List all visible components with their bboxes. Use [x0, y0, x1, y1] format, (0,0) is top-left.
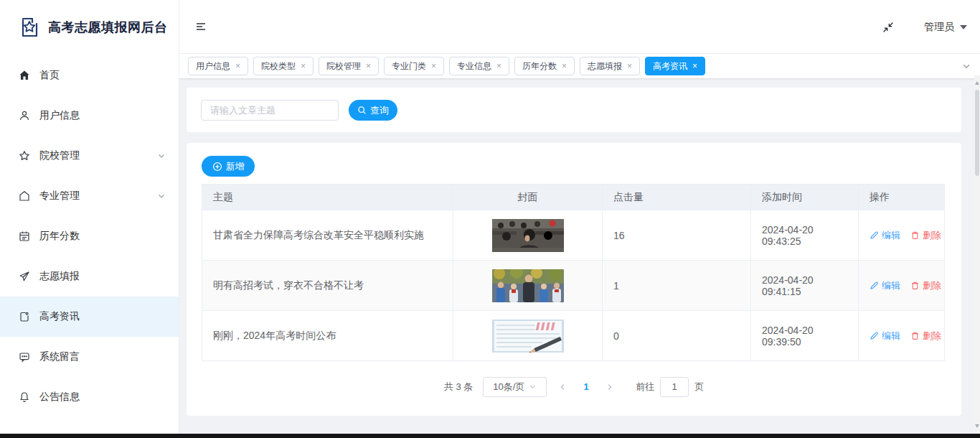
- close-icon[interactable]: ×: [496, 62, 501, 70]
- tab-label: 院校类型: [261, 60, 296, 73]
- col-header-actions: 操作: [859, 185, 944, 210]
- sidebar-item-announcements[interactable]: 公告信息: [0, 377, 179, 417]
- edit-label: 编辑: [882, 229, 900, 242]
- sidebar-item-college-mgmt[interactable]: 院校管理: [0, 136, 179, 176]
- bottom-window-edge: [0, 434, 980, 438]
- add-article-button[interactable]: 新增: [202, 156, 255, 177]
- tab-scores[interactable]: 历年分数×: [514, 57, 575, 75]
- fullscreen-toggle-icon[interactable]: [882, 22, 894, 33]
- tab-label: 志愿填报: [588, 60, 622, 73]
- sidebar-item-label: 用户信息: [39, 109, 80, 122]
- edit-button[interactable]: 编辑: [870, 330, 900, 343]
- sidebar-item-label: 公告信息: [39, 391, 80, 404]
- article-topic-search-input[interactable]: [201, 100, 339, 121]
- edit-button[interactable]: 编辑: [870, 229, 900, 242]
- plus-circle-icon: [212, 162, 222, 172]
- delete-label: 删除: [923, 330, 941, 343]
- page-size-select[interactable]: 10条/页: [483, 377, 547, 397]
- close-icon[interactable]: ×: [301, 62, 306, 70]
- sidebar-item-label: 院校管理: [39, 149, 80, 162]
- tabs-overflow-chevron-icon[interactable]: [961, 61, 971, 71]
- article-time: 2024-04-20 09:43:25: [751, 210, 859, 260]
- caret-down-icon: [960, 25, 967, 29]
- page-size-value: 10条/页: [493, 381, 524, 393]
- home-icon: [19, 70, 30, 81]
- scroll-up-arrow-icon[interactable]: [975, 81, 979, 85]
- close-icon[interactable]: ×: [692, 62, 697, 70]
- close-icon[interactable]: ×: [431, 62, 436, 70]
- sidebar-item-user-info[interactable]: 用户信息: [0, 95, 179, 136]
- sidebar-item-major-mgmt[interactable]: 专业管理: [0, 176, 179, 216]
- table-row: 明有高招考试，穿衣不合格不让考: [202, 261, 944, 311]
- app-logo: 高考志愿填报网后台: [0, 0, 179, 54]
- sidebar-item-home[interactable]: 首页: [0, 55, 179, 95]
- user-dropdown[interactable]: 管理员: [924, 21, 967, 34]
- sidebar-item-label: 志愿填报: [39, 270, 80, 283]
- close-icon[interactable]: ×: [627, 62, 632, 70]
- bell-icon: [19, 391, 30, 403]
- delete-button[interactable]: 删除: [910, 279, 941, 292]
- tab-user-info[interactable]: 用户信息×: [188, 57, 248, 75]
- vertical-scrollbar[interactable]: [974, 75, 980, 434]
- col-header-topic: 主题: [202, 185, 453, 210]
- sidebar-item-label: 历年分数: [39, 230, 80, 243]
- page-unit-label: 页: [694, 381, 704, 393]
- articles-table: 主题 封面 点击量 添加时间 操作 甘肃省全力保障高考综合改革安全平稳顺利实施: [202, 184, 945, 361]
- article-topic: 明有高招考试，穿衣不合格不让考: [202, 261, 453, 310]
- tab-volunteer[interactable]: 志愿填报×: [580, 57, 640, 75]
- pencil-icon: [870, 331, 879, 340]
- tab-major-category[interactable]: 专业门类×: [384, 57, 444, 75]
- sidebar-item-scores[interactable]: 历年分数: [0, 216, 179, 256]
- article-clicks: 1: [603, 261, 751, 310]
- pagination-total: 共 3 条: [444, 381, 473, 393]
- news-icon: [19, 311, 30, 322]
- article-clicks: 16: [603, 210, 751, 260]
- goto-label: 前往: [636, 381, 654, 393]
- send-icon: [19, 271, 30, 282]
- edit-button[interactable]: 编辑: [870, 279, 900, 292]
- page-number-1[interactable]: 1: [578, 381, 594, 392]
- query-button[interactable]: 查询: [349, 100, 397, 121]
- search-panel: 查询: [187, 88, 961, 132]
- article-topic: 甘肃省全力保障高考综合改革安全平稳顺利实施: [202, 210, 453, 260]
- topbar: 管理员: [179, 0, 980, 54]
- tab-major-info[interactable]: 专业信息×: [449, 57, 509, 75]
- article-time: 2024-04-20 09:39:50: [751, 311, 859, 360]
- trash-icon: [910, 281, 920, 290]
- sidebar-item-label: 专业管理: [39, 190, 80, 202]
- sidebar-item-volunteer[interactable]: 志愿填报: [0, 256, 179, 297]
- sidebar-item-gaokao-news[interactable]: 高考资讯: [0, 297, 179, 337]
- sidebar: 高考志愿填报网后台 首页 用户信息 院校管理: [0, 0, 179, 434]
- user-name: 管理员: [924, 21, 954, 34]
- search-icon: [357, 106, 367, 115]
- query-button-label: 查询: [370, 104, 389, 117]
- edit-label: 编辑: [882, 330, 900, 343]
- tab-gaokao-news[interactable]: 高考资讯×: [645, 57, 705, 75]
- pentagon-icon: [19, 190, 30, 202]
- news-table-panel: 新增 主题 封面 点击量 添加时间 操作 甘肃省全力保障高考综合改革安全平稳顺利…: [187, 143, 961, 416]
- cover-image-answer-sheet: [492, 320, 564, 353]
- delete-button[interactable]: 删除: [910, 330, 941, 343]
- close-icon[interactable]: ×: [366, 62, 371, 70]
- sidebar-item-messages[interactable]: 系统留言: [0, 337, 179, 377]
- sidebar-fold-icon[interactable]: [195, 21, 207, 32]
- close-icon[interactable]: ×: [235, 62, 240, 70]
- scrollbar-thumb[interactable]: [975, 90, 979, 176]
- tab-label: 用户信息: [196, 60, 230, 73]
- add-button-label: 新增: [226, 160, 245, 173]
- article-cover-cell: [453, 210, 603, 260]
- next-page-button[interactable]: [601, 377, 618, 397]
- article-topic: 刚刚，2024年高考时间公布: [202, 311, 453, 360]
- goto-page-input[interactable]: [660, 377, 689, 397]
- tab-college-type[interactable]: 院校类型×: [253, 57, 314, 75]
- chevron-right-icon: [606, 383, 614, 391]
- tab-college-mgmt[interactable]: 院校管理×: [319, 57, 379, 75]
- article-actions: 编辑 删除: [859, 311, 944, 360]
- col-header-clicks: 点击量: [603, 185, 751, 210]
- delete-button[interactable]: 删除: [910, 229, 941, 242]
- prev-page-button[interactable]: [554, 377, 571, 397]
- scroll-down-arrow-icon[interactable]: [975, 424, 979, 428]
- close-icon[interactable]: ×: [562, 62, 567, 70]
- article-actions: 编辑 删除: [859, 210, 944, 260]
- open-tabs-bar: 用户信息× 院校类型× 院校管理× 专业门类× 专业信息× 历年分数× 志愿填报…: [179, 54, 980, 78]
